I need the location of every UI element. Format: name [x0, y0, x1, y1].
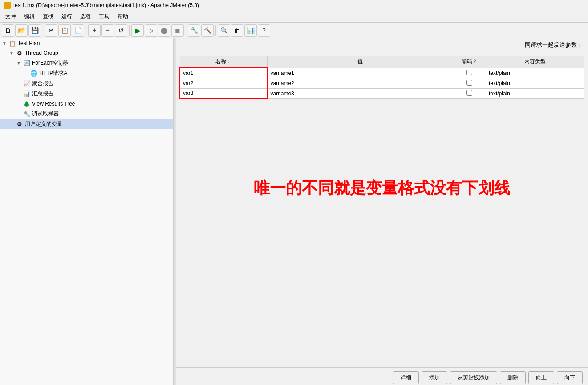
sep1 — [43, 25, 43, 36]
shutdown-button[interactable]: ◼ — [171, 24, 184, 37]
table-row: var1 varname1 text/plain — [180, 68, 584, 78]
function-button[interactable]: 📊 — [244, 24, 257, 37]
table-row: var3 varname3 text/plain — [180, 88, 584, 98]
tree-label-view-results: View Results Tree — [32, 101, 75, 107]
tree-label-foreach: ForEach控制器 — [32, 59, 68, 67]
menu-bar: 文件 编辑 查找 运行 选项 工具 帮助 — [0, 11, 588, 23]
menu-file[interactable]: 文件 — [2, 12, 20, 21]
test-plan-icon: 📋 — [9, 40, 16, 47]
add-param-button[interactable]: 添加 — [422, 371, 447, 384]
add-button[interactable]: + — [88, 24, 101, 37]
encode-checkbox-0[interactable] — [466, 70, 472, 75]
name-cell-0[interactable]: var1 — [180, 68, 267, 78]
add-from-clipboard-button[interactable]: 从剪贴板添加 — [450, 371, 497, 384]
sep2 — [86, 25, 86, 36]
start-nopause-button[interactable]: ▷ — [145, 24, 157, 37]
annotation-text: 唯一的不同就是变量格式没有下划线 — [254, 177, 510, 199]
copy-button[interactable]: 📋 — [58, 24, 71, 37]
value-cell-0[interactable]: varname1 — [267, 68, 453, 78]
tree-label-test-plan: Test Plan — [18, 40, 40, 46]
encode-checkbox-2[interactable] — [466, 90, 472, 96]
cut-button[interactable]: ✂ — [45, 24, 57, 37]
value-cell-1[interactable]: varname2 — [267, 78, 453, 88]
sep3 — [129, 25, 130, 36]
col-header-content: 内容类型 — [486, 56, 584, 68]
stop-button[interactable]: ⬤ — [158, 24, 170, 37]
summary-icon: 📊 — [23, 90, 30, 98]
move-up-button[interactable]: 向上 — [528, 371, 554, 384]
value-cell-2[interactable]: varname3 — [267, 88, 453, 98]
tree-item-http-req[interactable]: 🌐 HTTP请求A — [0, 68, 173, 78]
remote-stop-button[interactable]: 🔨 — [201, 24, 214, 37]
params-table: 名称： 值 编码？ 内容类型 var1 varname1 — [179, 56, 584, 99]
aggregate-icon: 📈 — [23, 80, 30, 87]
start-button[interactable]: ▶ — [131, 24, 144, 37]
name-cell-2[interactable]: var3 — [180, 88, 267, 98]
toggle-test-plan: ▼ — [2, 41, 7, 46]
http-req-icon: 🌐 — [30, 70, 37, 77]
search-button[interactable]: 🔍 — [218, 24, 230, 37]
tree-item-aggregate[interactable]: 📈 聚合报告 — [0, 78, 173, 89]
tree-item-foreach[interactable]: ▼ 🔄 ForEach控制器 — [0, 58, 173, 68]
toggle-thread-group: ▼ — [9, 51, 14, 56]
left-panel: ▼ 📋 Test Plan ▼ ⚙ Thread Group ▼ 🔄 ForEa… — [0, 38, 174, 385]
toolbar: 🗋 📂 💾 ✂ 📋 📄 + − ↺ ▶ ▷ ⬤ ◼ 🔧 🔨 🔍 🗑 📊 ? — [0, 23, 588, 38]
menu-run[interactable]: 运行 — [58, 12, 76, 21]
content-cell-0[interactable]: text/plain — [486, 68, 584, 78]
menu-edit[interactable]: 编辑 — [20, 12, 38, 21]
bottom-bar: 详细 添加 从剪贴板添加 删除 向上 向下 — [176, 367, 588, 385]
right-header: 同请求一起发送参数： — [176, 38, 588, 52]
encode-cell-1[interactable] — [453, 78, 486, 88]
col-header-encode: 编码？ — [453, 56, 486, 68]
paste-button[interactable]: 📄 — [72, 24, 84, 37]
tree-label-summary: 汇总报告 — [32, 90, 53, 98]
tree-item-summary[interactable]: 📊 汇总报告 — [0, 89, 173, 99]
right-panel: 同请求一起发送参数： 名称： 值 编码？ 内容类型 var1 — [176, 38, 588, 385]
save-button[interactable]: 💾 — [28, 24, 41, 37]
debug-icon: 🔧 — [23, 111, 30, 118]
move-down-button[interactable]: 向下 — [557, 371, 583, 384]
tree-label-user-vars: 用户定义的变量 — [25, 120, 62, 128]
sep5 — [215, 25, 216, 36]
open-button[interactable]: 📂 — [15, 24, 28, 37]
tree-label-http: HTTP请求A — [39, 70, 67, 77]
help-button[interactable]: ? — [258, 24, 270, 37]
col-header-value: 值 — [267, 56, 453, 68]
menu-tools[interactable]: 工具 — [95, 12, 113, 21]
user-vars-icon: ⚙ — [16, 121, 23, 128]
encode-checkbox-1[interactable] — [466, 80, 472, 86]
remove-button[interactable]: − — [101, 24, 114, 37]
toggle-foreach: ▼ — [16, 61, 21, 66]
table-area: 名称： 值 编码？ 内容类型 var1 varname1 — [176, 52, 588, 367]
tree-item-view-results[interactable]: 🌲 View Results Tree — [0, 99, 173, 109]
tree-item-test-plan[interactable]: ▼ 📋 Test Plan — [0, 38, 173, 48]
content-cell-2[interactable]: text/plain — [486, 88, 584, 98]
title-bar: test1.jmx (D:\apache-jmeter-5.3\bin\temp… — [0, 0, 588, 11]
main-layout: ▼ 📋 Test Plan ▼ ⚙ Thread Group ▼ 🔄 ForEa… — [0, 38, 588, 385]
sep4 — [186, 25, 186, 36]
remote-start-button[interactable]: 🔧 — [188, 24, 200, 37]
encode-cell-2[interactable] — [453, 88, 486, 98]
name-cell-1[interactable]: var2 — [180, 78, 267, 88]
thread-group-icon: ⚙ — [16, 49, 23, 57]
menu-help[interactable]: 帮助 — [114, 12, 132, 21]
tree-item-debug[interactable]: 🔧 调试取样器 — [0, 109, 173, 119]
clear-all-button[interactable]: 🗑 — [231, 24, 243, 37]
new-button[interactable]: 🗋 — [2, 24, 14, 37]
table-row: var2 varname2 text/plain — [180, 78, 584, 88]
encode-cell-0[interactable] — [453, 68, 486, 78]
tree-label-thread-group: Thread Group — [25, 50, 58, 56]
detail-button[interactable]: 详细 — [393, 371, 419, 384]
tree-item-user-vars[interactable]: ⚙ 用户定义的变量 — [0, 119, 173, 129]
tree-label-debug: 调试取样器 — [32, 110, 59, 118]
menu-options[interactable]: 选项 — [77, 12, 94, 21]
tree-item-thread-group[interactable]: ▼ ⚙ Thread Group — [0, 48, 173, 58]
menu-find[interactable]: 查找 — [39, 12, 57, 21]
foreach-icon: 🔄 — [23, 60, 30, 67]
window-title: test1.jmx (D:\apache-jmeter-5.3\bin\temp… — [13, 2, 199, 8]
app-icon — [4, 2, 11, 9]
content-cell-1[interactable]: text/plain — [486, 78, 584, 88]
delete-button[interactable]: 删除 — [500, 371, 526, 384]
col-header-name: 名称： — [180, 56, 267, 68]
clear-button[interactable]: ↺ — [115, 24, 127, 37]
